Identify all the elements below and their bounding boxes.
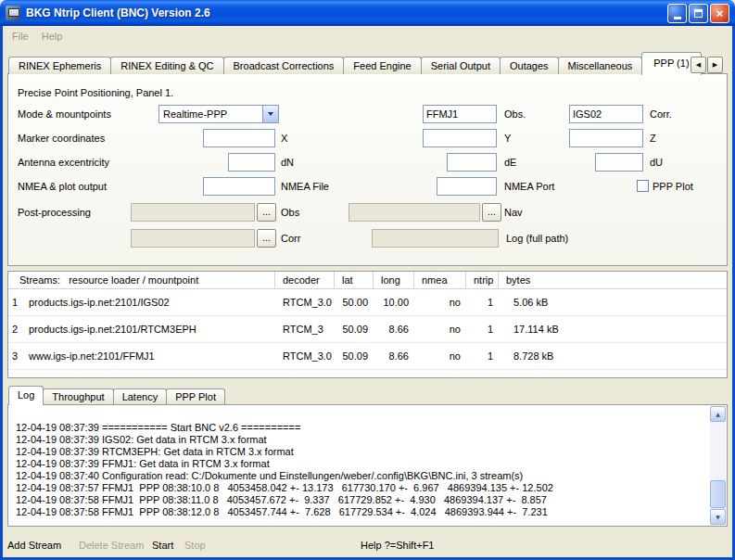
table-row[interactable]: 2 products.igs-ip.net:2101/RTCM3EPH RTCM… bbox=[8, 316, 727, 343]
post-corr-path-input bbox=[131, 229, 255, 248]
obs-mountpoint-input[interactable] bbox=[423, 105, 497, 123]
row-number: 3 bbox=[8, 350, 21, 362]
marker-z-input[interactable] bbox=[569, 129, 643, 147]
tab-feed-engine[interactable]: Feed Engine bbox=[343, 57, 421, 74]
tab-miscellaneous[interactable]: Miscellaneous bbox=[558, 57, 643, 74]
post-nav-path-input bbox=[348, 203, 480, 222]
col-header-lat[interactable]: lat bbox=[335, 272, 374, 288]
obs-label: Obs. bbox=[504, 105, 526, 123]
browse-corr-button[interactable]: ... bbox=[257, 229, 276, 248]
de-label: dE bbox=[504, 153, 516, 172]
table-row[interactable]: 3 www.igs-ip.net:2101/FFMJ1 RTCM_3.0 50.… bbox=[8, 343, 727, 370]
col-header-bytes[interactable]: bytes bbox=[499, 272, 727, 288]
streams-table-header: Streams: resource loader / mountpoint de… bbox=[8, 272, 727, 289]
post-log-label: Log (full path) bbox=[506, 229, 568, 248]
close-button[interactable]: × bbox=[710, 4, 729, 23]
titlebar[interactable]: BKG Ntrip Client (BNC) Version 2.6 × bbox=[0, 0, 735, 26]
tab-outages[interactable]: Outages bbox=[500, 57, 559, 74]
titlebar-buttons: × bbox=[667, 4, 729, 23]
app-icon bbox=[6, 6, 20, 20]
log-line: 12-04-19 08:37:39 =========== Start BNC … bbox=[16, 422, 708, 434]
tab-rinex-editing-qc[interactable]: RINEX Editing & QC bbox=[110, 57, 223, 74]
cell-bytes: 8.728 kB bbox=[499, 350, 727, 362]
minimize-icon bbox=[674, 17, 681, 19]
post-corr-label: Corr bbox=[281, 229, 300, 248]
cell-decoder: RTCM_3 bbox=[275, 324, 335, 335]
arrow-right-icon: ▶ bbox=[713, 61, 717, 69]
tab-ppp-plot[interactable]: PPP Plot bbox=[166, 388, 225, 404]
col-header-ntrip[interactable]: ntrip bbox=[466, 272, 499, 288]
cell-bytes: 17.114 kB bbox=[499, 324, 727, 335]
tab-log[interactable]: Log bbox=[8, 386, 44, 405]
log-line: 12-04-19 08:37:57 FFMJ1 PPP 08:38:10.0 8… bbox=[16, 482, 708, 494]
tab-latency[interactable]: Latency bbox=[113, 388, 168, 404]
arrow-left-icon: ◀ bbox=[696, 61, 701, 69]
browse-nav-button[interactable]: ... bbox=[482, 203, 501, 222]
cell-long: 10.00 bbox=[374, 297, 414, 308]
antenna-excentricity-label: Antenna excentricity bbox=[18, 153, 109, 172]
cell-decoder: RTCM_3.0 bbox=[275, 350, 335, 362]
arrow-up-icon: ▲ bbox=[716, 411, 720, 417]
table-row[interactable]: 1 products.igs-ip.net:2101/IGS02 RTCM_3.… bbox=[8, 289, 727, 316]
ppp-panel: Precise Point Positioning, Panel 1. Mode… bbox=[7, 73, 728, 266]
cell-nmea: no bbox=[414, 324, 466, 335]
tab-broadcast-corrections[interactable]: Broadcast Corrections bbox=[223, 57, 345, 74]
post-log-path-input bbox=[372, 229, 499, 248]
browse-obs-button[interactable]: ... bbox=[257, 203, 276, 222]
cell-long: 8.66 bbox=[374, 324, 414, 335]
nmea-port-input[interactable] bbox=[437, 177, 497, 196]
log-text[interactable]: 12-04-19 08:37:39 =========== Start BNC … bbox=[11, 407, 708, 523]
col-header-long[interactable]: long bbox=[374, 272, 414, 288]
post-obs-label: Obs bbox=[281, 203, 299, 222]
antenna-de-input[interactable] bbox=[447, 153, 497, 172]
post-nav-label: Nav bbox=[504, 203, 523, 222]
col-header-nmea[interactable]: nmea bbox=[414, 272, 466, 288]
row-number: 2 bbox=[8, 324, 21, 335]
corr-mountpoint-input[interactable] bbox=[569, 105, 643, 123]
col-header-decoder[interactable]: decoder bbox=[275, 272, 335, 288]
ppp-plot-checkbox[interactable] bbox=[637, 180, 649, 192]
cell-lat: 50.00 bbox=[335, 297, 374, 308]
tab-throughput[interactable]: Throughput bbox=[43, 388, 113, 404]
col-header-mountpoint[interactable]: Streams: resource loader / mountpoint bbox=[8, 272, 275, 288]
cell-long: 8.66 bbox=[374, 350, 414, 362]
dn-label: dN bbox=[281, 153, 294, 172]
start-button[interactable]: Start bbox=[152, 540, 173, 551]
log-scrollbar[interactable]: ▲ ▼ bbox=[710, 406, 726, 525]
tab-serial-output[interactable]: Serial Output bbox=[421, 57, 501, 74]
log-line: 12-04-19 08:37:39 FFMJ1: Get data in RTC… bbox=[16, 458, 708, 470]
cell-mountpoint: products.igs-ip.net:2101/RTCM3EPH bbox=[21, 324, 275, 335]
window-border-left bbox=[0, 24, 3, 560]
add-stream-button[interactable]: Add Stream bbox=[7, 540, 61, 551]
antenna-du-input[interactable] bbox=[595, 153, 643, 172]
menu-help[interactable]: Help bbox=[35, 29, 70, 44]
row-number: 1 bbox=[8, 297, 21, 308]
tab-scroll-right-button[interactable]: ▶ bbox=[707, 57, 723, 73]
panel-caption: Precise Point Positioning, Panel 1. bbox=[18, 83, 173, 102]
scroll-down-button[interactable]: ▼ bbox=[710, 509, 726, 525]
corr-label: Corr. bbox=[650, 105, 672, 123]
tab-scroll-left-button[interactable]: ◀ bbox=[691, 57, 706, 73]
arrow-down-icon: ▼ bbox=[716, 514, 720, 520]
menu-file[interactable]: File bbox=[6, 29, 35, 44]
antenna-dn-input[interactable] bbox=[228, 153, 275, 172]
help-shortcut-label: Help ?=Shift+F1 bbox=[361, 540, 435, 551]
ppp-mode-combobox[interactable]: Realtime-PPP bbox=[158, 105, 279, 123]
ppp-plot-label: PPP Plot bbox=[653, 177, 693, 196]
chevron-down-icon[interactable] bbox=[262, 106, 278, 122]
log-line: 12-04-19 08:37:39 RTCM3EPH: Get data in … bbox=[16, 446, 708, 458]
streams-table: Streams: resource loader / mountpoint de… bbox=[7, 271, 728, 378]
marker-y-input[interactable] bbox=[423, 129, 497, 147]
app-window: BKG Ntrip Client (BNC) Version 2.6 × Fil… bbox=[0, 0, 735, 560]
scrollbar-thumb[interactable] bbox=[710, 480, 726, 508]
cell-nmea: no bbox=[414, 297, 466, 308]
marker-x-input[interactable] bbox=[203, 129, 275, 147]
log-line: 12-04-19 08:37:58 FFMJ1 PPP 08:38:12.0 8… bbox=[16, 506, 708, 518]
maximize-button[interactable] bbox=[689, 4, 708, 23]
tab-rinex-ephemeris[interactable]: RINEX Ephemeris bbox=[8, 57, 111, 74]
nmea-file-input[interactable] bbox=[203, 177, 275, 196]
scroll-up-button[interactable]: ▲ bbox=[710, 406, 726, 422]
du-label: dU bbox=[650, 153, 663, 172]
nmea-file-label: NMEA File bbox=[281, 177, 329, 196]
minimize-button[interactable] bbox=[667, 4, 687, 23]
